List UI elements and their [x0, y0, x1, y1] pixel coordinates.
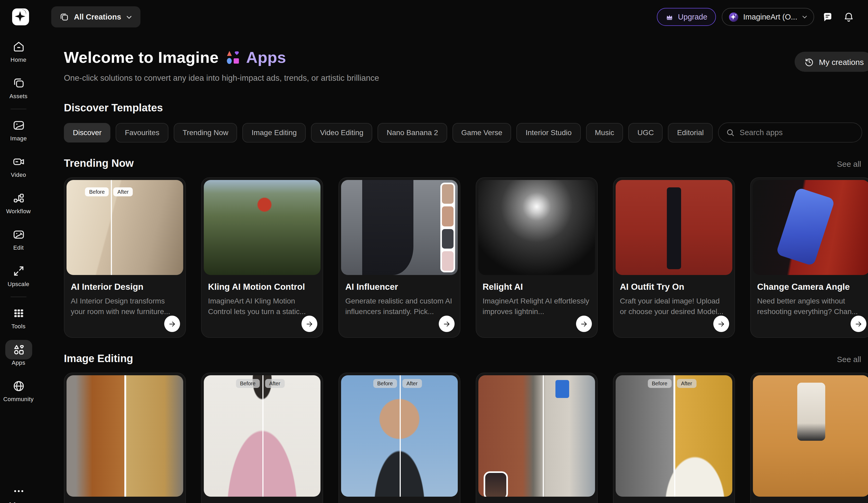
image-editing-card-outfit[interactable] — [750, 373, 868, 503]
sidebar-item-community[interactable]: Community — [0, 379, 37, 402]
before-badge: Before — [85, 187, 109, 196]
before-after-divider — [262, 375, 263, 497]
card-title: AI Outfit Try On — [620, 282, 728, 292]
main-content: Welcome to Imagine Apps One-click soluti… — [37, 34, 868, 503]
chevron-down-icon — [126, 13, 133, 20]
card-description: Generate realistic and custom AI influen… — [345, 296, 454, 317]
filter-video-editing[interactable]: Video Editing — [311, 123, 372, 142]
search-apps-box[interactable] — [718, 123, 862, 143]
before-after-divider — [674, 375, 675, 497]
card-image — [204, 180, 320, 275]
page-title-prefix: Welcome to Imagine — [64, 49, 219, 66]
before-badge: Before — [648, 379, 672, 388]
sidebar-item-workflow[interactable]: Workflow — [0, 191, 37, 214]
sidebar-item-edit[interactable]: Edit — [0, 228, 37, 251]
filter-interior-studio[interactable]: Interior Studio — [517, 123, 580, 142]
image-editing-card-background-change[interactable] — [476, 373, 598, 503]
upscale-arrows-icon — [12, 264, 25, 277]
sidebar-item-upscale[interactable]: Upscale — [0, 264, 37, 287]
account-dropdown[interactable]: ImagineArt (O... — [722, 8, 814, 26]
sidebar-label: More — [9, 501, 28, 503]
trending-section-header: Trending Now See all — [64, 157, 868, 169]
sidebar-item-image[interactable]: Image — [0, 119, 37, 142]
home-icon — [12, 40, 25, 53]
chevron-down-icon — [802, 14, 808, 20]
sidebar-label: Image — [10, 135, 27, 142]
variant-thumb — [442, 251, 454, 271]
filter-game-verse[interactable]: Game Verse — [452, 123, 512, 142]
open-app-arrow-button[interactable] — [301, 316, 317, 332]
card-image — [66, 375, 183, 497]
sidebar-label: Assets — [10, 93, 28, 99]
crown-icon — [665, 13, 674, 21]
filter-favourites[interactable]: Favourites — [116, 123, 168, 142]
my-creations-label: My creations — [819, 57, 864, 66]
app-card-relight-ai[interactable]: Relight AI ImagineArt Relight AI effortl… — [476, 177, 598, 338]
video-icon — [12, 155, 25, 168]
ellipsis-icon — [12, 484, 25, 498]
sidebar-item-more[interactable]: More — [0, 484, 37, 503]
open-app-arrow-button[interactable] — [850, 316, 866, 332]
sidebar-item-apps[interactable]: Apps — [0, 343, 37, 366]
image-editing-see-all-link[interactable]: See all — [837, 355, 861, 364]
filter-music[interactable]: Music — [586, 123, 623, 142]
discover-templates-heading: Discover Templates — [64, 102, 868, 114]
image-figure — [362, 180, 413, 275]
sidebar-item-home[interactable]: Home — [0, 40, 37, 63]
image-editing-card-hair-color[interactable] — [64, 373, 186, 503]
filter-trending-now[interactable]: Trending Now — [174, 123, 237, 142]
page-title-suffix: Apps — [246, 49, 286, 66]
image-figure — [776, 187, 835, 266]
image-editing-section-header: Image Editing See all — [64, 353, 868, 365]
sidebar-label: Apps — [12, 359, 25, 366]
upgrade-button[interactable]: Upgrade — [657, 8, 716, 26]
card-image — [753, 180, 868, 275]
image-editing-card-colorize[interactable]: Before After — [613, 373, 735, 503]
trending-heading: Trending Now — [64, 157, 134, 169]
open-app-arrow-button[interactable] — [576, 316, 592, 332]
after-badge: After — [676, 379, 696, 388]
app-card-kling-ai-motion-control[interactable]: Kling AI Motion Control ImagineArt AI Kl… — [201, 177, 323, 338]
sidebar-label: Video — [11, 171, 26, 178]
app-card-change-camera-angle[interactable]: Change Camera Angle Need better angles w… — [750, 177, 868, 338]
app-card-ai-interior-design[interactable]: Before After AI Interior Design AI Inter… — [64, 177, 186, 338]
trending-see-all-link[interactable]: See all — [837, 159, 861, 168]
open-app-arrow-button[interactable] — [164, 316, 180, 332]
filter-discover[interactable]: Discover — [64, 123, 111, 142]
image-editing-card-portrait-retouch[interactable]: Before After — [201, 373, 323, 503]
sidebar-item-video[interactable]: Video — [0, 155, 37, 178]
open-app-arrow-button[interactable] — [713, 316, 729, 332]
open-app-arrow-button[interactable] — [439, 316, 455, 332]
variant-thumb — [442, 184, 454, 204]
card-title: Change Camera Angle — [757, 282, 865, 292]
card-title: Kling AI Motion Control — [208, 282, 316, 292]
feedback-chat-button[interactable] — [820, 9, 835, 24]
sidebar-divider — [11, 109, 27, 109]
notifications-button[interactable] — [841, 9, 856, 24]
my-creations-button[interactable]: My creations — [795, 52, 868, 72]
image-editing-heading: Image Editing — [64, 353, 133, 365]
globe-icon — [12, 379, 25, 393]
imagineart-sparkle-icon — [728, 11, 739, 22]
history-icon — [804, 57, 814, 67]
filter-image-editing[interactable]: Image Editing — [242, 123, 306, 142]
filter-ugc[interactable]: UGC — [628, 123, 663, 142]
sidebar-item-assets[interactable]: Assets — [0, 76, 37, 99]
card-description: ImagineArt Relight AI effortlessly impro… — [483, 296, 591, 317]
filter-nano-banana-2[interactable]: Nano Banana 2 — [378, 123, 447, 142]
reference-inset-thumb — [484, 471, 508, 497]
template-filters: Discover Favourites Trending Now Image E… — [64, 123, 868, 143]
variant-thumb — [442, 229, 454, 249]
image-editing-card-age-change[interactable]: Before After — [339, 373, 461, 503]
app-card-ai-outfit-try-on[interactable]: AI Outfit Try On Craft your ideal image!… — [613, 177, 735, 338]
arrow-right-icon — [443, 320, 451, 327]
filter-editorial[interactable]: Editorial — [668, 123, 713, 142]
sidebar-item-tools[interactable]: Tools — [0, 307, 37, 329]
card-description: Need better angles without reshooting ev… — [757, 296, 865, 317]
image-editing-cards-row: Before After Before After — [64, 373, 868, 503]
apps-colorful-shapes-icon — [225, 50, 241, 65]
card-title: Relight AI — [483, 282, 591, 292]
all-creations-dropdown[interactable]: All Creations — [51, 6, 141, 28]
search-apps-input[interactable] — [740, 128, 854, 137]
app-card-ai-influencer[interactable]: AI Influencer Generate realistic and cus… — [339, 177, 461, 338]
